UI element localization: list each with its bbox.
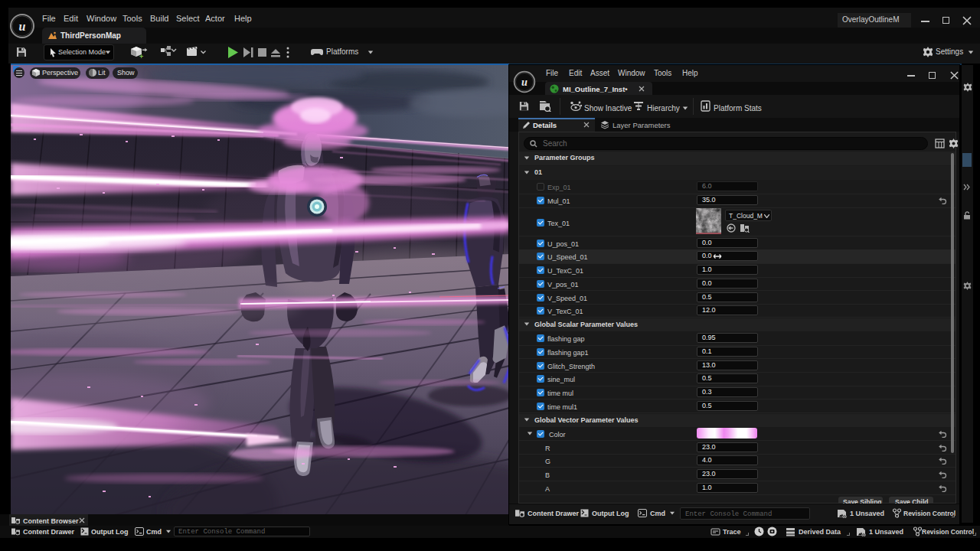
svg-text:+: + [139, 53, 143, 60]
svg-text:u: u [19, 20, 26, 33]
svg-text:u: u [521, 76, 528, 88]
